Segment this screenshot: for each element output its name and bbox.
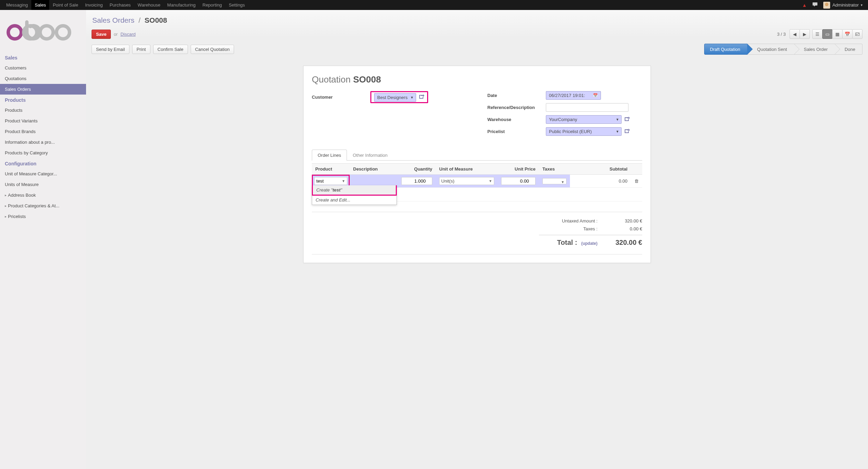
avatar <box>823 2 830 9</box>
nav-reporting[interactable]: Reporting <box>199 0 225 10</box>
unit-price-input[interactable] <box>501 177 536 185</box>
th-quantity[interactable]: Quantity <box>398 164 436 175</box>
content-area: Sales Orders / SO008 Save or Discard 3 /… <box>86 10 868 469</box>
total-label: Total : (update) <box>542 239 597 247</box>
sidebar-item-by-category[interactable]: Products by Category <box>0 148 86 158</box>
sidebar-item-customers[interactable]: Customers <box>0 63 86 73</box>
send-email-button[interactable]: Send by Email <box>92 45 129 54</box>
pager-next[interactable]: ▶ <box>800 29 810 39</box>
untaxed-label: Untaxed Amount : <box>542 218 597 223</box>
tab-other-info[interactable]: Other Information <box>347 150 393 161</box>
th-uom[interactable]: Unit of Measure <box>436 164 498 175</box>
user-menu[interactable]: Administrator ▾ <box>821 2 865 9</box>
sidebar-item-address-book[interactable]: ▸Address Book <box>0 190 86 200</box>
form-view-icon[interactable]: ▭ <box>822 29 833 39</box>
svg-point-2 <box>40 26 53 39</box>
nav-settings[interactable]: Settings <box>225 0 248 10</box>
nav-messaging[interactable]: Messaging <box>3 0 31 10</box>
pager: 3 / 3 <box>777 32 786 37</box>
sidebar-item-quotations[interactable]: Quotations <box>0 73 86 84</box>
external-link-icon[interactable] <box>624 117 630 122</box>
warehouse-label: Warehouse <box>487 117 546 122</box>
ac-suffix: " <box>340 187 342 193</box>
breadcrumb: Sales Orders / SO008 <box>86 10 868 28</box>
cancel-quotation-button[interactable]: Cancel Quotation <box>191 45 234 54</box>
tab-bar: Order Lines Other Information <box>312 150 642 161</box>
sidebar-item-uom-categ[interactable]: Unit of Measure Categor... <box>0 168 86 179</box>
th-subtotal[interactable]: Subtotal <box>570 164 631 175</box>
nav-invoicing[interactable]: Invoicing <box>82 0 106 10</box>
sidebar-item-label: Product Categories & At... <box>8 203 60 208</box>
update-link[interactable]: (update) <box>581 241 597 246</box>
svg-point-0 <box>8 26 21 39</box>
sidebar-item-pricelists[interactable]: ▸Pricelists <box>0 211 86 222</box>
ref-input[interactable] <box>546 103 628 112</box>
sidebar-item-label: Address Book <box>8 193 36 198</box>
breadcrumb-parent[interactable]: Sales Orders <box>92 16 135 24</box>
top-navbar: Messaging Sales Point of Sale Invoicing … <box>0 0 868 10</box>
sidebar-item-label: Pricelists <box>8 214 26 219</box>
title-label: Quotation <box>312 74 353 85</box>
chat-icon[interactable] <box>809 2 821 8</box>
th-taxes[interactable]: Taxes <box>539 164 570 175</box>
warehouse-select[interactable]: YourCompany ▼ <box>546 115 622 124</box>
nav-purchases[interactable]: Purchases <box>106 0 134 10</box>
customer-highlight: Best Designers ▼ <box>370 91 428 103</box>
ac-prefix: Create " <box>316 187 332 193</box>
status-sent[interactable]: Quotation Sent <box>747 44 794 55</box>
list-view-icon[interactable]: ☰ <box>812 29 823 39</box>
toolbar: Save or Discard 3 / 3 ◀ ▶ ☰ ▭ ▦ 📅 🗠 <box>86 28 868 42</box>
print-button[interactable]: Print <box>132 45 150 54</box>
autocomplete-create-edit[interactable]: Create and Edit... <box>312 195 396 205</box>
action-bar: Send by Email Print Confirm Sale Cancel … <box>86 42 868 59</box>
untaxed-value: 320.00 € <box>597 218 642 223</box>
th-product[interactable]: Product <box>312 164 350 175</box>
calendar-view-icon[interactable]: 📅 <box>842 29 853 39</box>
nav-warehouse[interactable]: Warehouse <box>134 0 164 10</box>
tab-order-lines[interactable]: Order Lines <box>312 150 347 161</box>
caret-down-icon: ▼ <box>561 180 564 184</box>
status-bar: Draft Quotation Quotation Sent Sales Ord… <box>705 44 862 55</box>
sidebar-item-sales-orders[interactable]: Sales Orders <box>0 84 86 95</box>
caret-down-icon: ▼ <box>616 118 619 121</box>
sidebar-item-variants[interactable]: Product Variants <box>0 116 86 126</box>
sidebar-item-uom[interactable]: Units of Measure <box>0 179 86 190</box>
save-button[interactable]: Save <box>92 30 111 39</box>
sidebar-item-brands[interactable]: Product Brands <box>0 126 86 137</box>
autocomplete-create[interactable]: Create "test" <box>313 185 396 195</box>
status-order[interactable]: Sales Order <box>794 44 835 55</box>
uom-select[interactable]: Unit(s) <box>439 177 494 185</box>
breadcrumb-current: SO008 <box>145 16 167 24</box>
caret-down-icon: ▼ <box>616 130 619 133</box>
kanban-view-icon[interactable]: ▦ <box>832 29 843 39</box>
pricelist-select[interactable]: Public Pricelist (EUR) ▼ <box>546 127 622 136</box>
pricelist-value: Public Pricelist (EUR) <box>549 129 592 134</box>
nav-manufacturing[interactable]: Manufacturing <box>164 0 199 10</box>
nav-sales[interactable]: Sales <box>31 0 50 10</box>
pager-prev[interactable]: ◀ <box>790 29 800 39</box>
user-name: Administrator <box>832 2 859 8</box>
th-description[interactable]: Description <box>350 164 398 175</box>
title-value: SO008 <box>353 74 381 85</box>
sidebar-item-products[interactable]: Products <box>0 105 86 116</box>
sidebar-item-info[interactable]: Information about a pro... <box>0 137 86 148</box>
confirm-sale-button[interactable]: Confirm Sale <box>153 45 188 54</box>
quantity-input[interactable] <box>401 177 432 185</box>
external-link-icon[interactable] <box>419 95 424 100</box>
product-cell-highlight: ▼ Create "test" Create and Edit... <box>312 175 350 187</box>
sidebar-item-prod-categ[interactable]: ▸Product Categories & At... <box>0 200 86 211</box>
caret-down-icon: ▼ <box>489 179 492 183</box>
th-unit-price[interactable]: Unit Price <box>498 164 539 175</box>
external-link-icon[interactable] <box>624 129 630 134</box>
date-value: 06/27/2017 19:01: <box>549 93 585 98</box>
status-draft[interactable]: Draft Quotation <box>704 44 748 55</box>
date-input[interactable]: 06/27/2017 19:01: 📅 <box>546 91 601 100</box>
graph-view-icon[interactable]: 🗠 <box>852 29 862 39</box>
alert-icon[interactable]: ▲ <box>800 2 810 8</box>
customer-select[interactable]: Best Designers ▼ <box>374 93 416 102</box>
caret-down-icon: ▼ <box>342 179 345 183</box>
discard-link[interactable]: Discard <box>120 32 136 37</box>
trash-icon[interactable]: 🗑 <box>634 178 639 184</box>
customer-value: Best Designers <box>377 95 407 100</box>
nav-pos[interactable]: Point of Sale <box>49 0 82 10</box>
